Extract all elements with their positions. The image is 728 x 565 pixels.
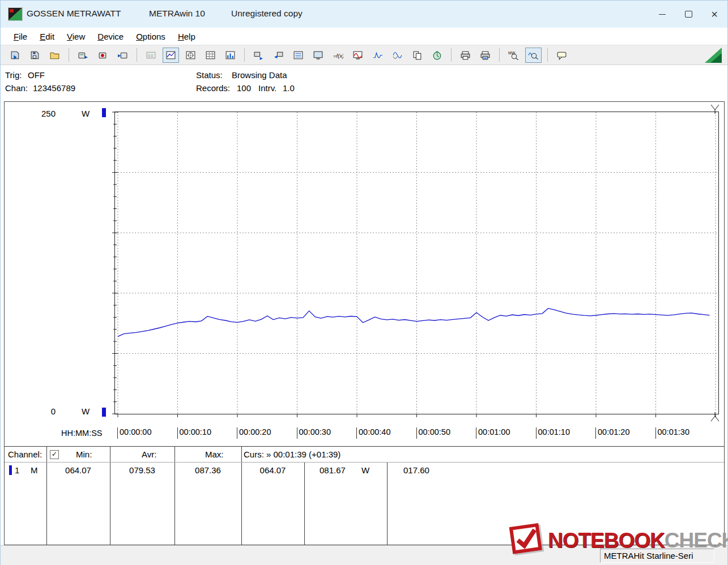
save-file-icon xyxy=(29,50,40,60)
svg-text:MW: MW xyxy=(508,51,516,55)
toolbar: 8.8=f(x)MW xyxy=(1,45,727,65)
view-trend-icon xyxy=(165,50,176,60)
header-cursor: Curs: » 00:01:39 (+01:39) xyxy=(244,450,340,459)
menu-help[interactable]: Help xyxy=(172,29,202,44)
cell-avr: 079.53 xyxy=(110,465,174,475)
cell-cursor-left: 064.07 xyxy=(241,465,304,475)
app-window: GOSSEN METRAWATT METRAwin 10 Unregistere… xyxy=(0,0,728,565)
records-value: 100 xyxy=(237,83,251,93)
formula-button[interactable]: =f(x) xyxy=(330,48,346,63)
view-scope-button[interactable] xyxy=(182,48,199,63)
transfer-out-button[interactable] xyxy=(250,48,267,63)
toolbar-separator xyxy=(137,48,137,62)
titlebar-subtitle: Unregistered copy xyxy=(231,8,303,19)
view-trend-button[interactable] xyxy=(163,48,179,63)
x-tick-label: 00:00:20 xyxy=(237,427,271,439)
cell-cursor-right: 081.67 xyxy=(320,465,346,475)
view-monitor-icon xyxy=(313,50,323,60)
menu-view[interactable]: View xyxy=(61,29,91,44)
trend-plot[interactable] xyxy=(114,112,719,414)
x-tick-label: 00:00:50 xyxy=(416,427,450,439)
device-status-field: METRAHit Starline-Seri xyxy=(600,549,714,563)
cursor-marker-top[interactable] xyxy=(711,105,719,114)
toolbar-buttons: 8.8=f(x)MW xyxy=(5,48,572,63)
timer-button[interactable] xyxy=(429,48,445,63)
chan-value: 123456789 xyxy=(33,83,75,93)
timer-icon xyxy=(432,50,442,60)
x-axis: HH:MM:SS 00:00:0000:00:1000:00:2000:00:3… xyxy=(5,427,724,441)
menu-file[interactable]: File xyxy=(7,29,33,44)
menu-edit[interactable]: Edit xyxy=(33,29,61,44)
zoom-value-button[interactable]: MW xyxy=(505,48,522,63)
x-tick-label: 00:00:30 xyxy=(297,427,331,439)
cursor-marker-bottom[interactable] xyxy=(711,412,719,421)
zoom-wave-icon xyxy=(528,50,539,60)
toolbar-separator xyxy=(451,48,452,62)
menu-options[interactable]: Options xyxy=(130,29,172,44)
channel-visibility-checkbox[interactable]: ✓ xyxy=(50,450,59,459)
y-min-label: 0 xyxy=(36,406,56,416)
zoom-value-icon: MW xyxy=(508,50,519,60)
x-axis-label: HH:MM:SS xyxy=(61,429,103,438)
signal-envelope-button[interactable] xyxy=(389,48,406,63)
print-report-icon xyxy=(480,50,491,60)
y-unit-top: W xyxy=(82,109,90,118)
view-bargraph-button[interactable] xyxy=(222,48,239,63)
minimize-button[interactable] xyxy=(649,1,675,28)
cell-max: 087.36 xyxy=(174,465,241,475)
card-export-button[interactable] xyxy=(75,48,91,63)
cell-delta: 017.60 xyxy=(403,465,429,475)
comment-button[interactable] xyxy=(554,48,570,63)
titlebar-app-name: GOSSEN METRAWATT xyxy=(27,8,121,19)
formula-icon: =f(x) xyxy=(333,50,343,60)
cell-unit: W xyxy=(361,465,369,475)
close-icon: × xyxy=(711,8,718,20)
menu-device[interactable]: Device xyxy=(91,29,130,44)
status-value: Browsing Data xyxy=(232,70,287,80)
signal-pulse-button[interactable] xyxy=(369,48,386,63)
app-logo-icon xyxy=(8,7,23,23)
view-multimeter-icon: 8.8 xyxy=(146,50,156,60)
print-icon xyxy=(460,50,471,60)
monitor-wave-button[interactable] xyxy=(350,48,366,63)
transfer-in-button[interactable] xyxy=(270,48,287,63)
print-report-button[interactable] xyxy=(477,48,493,63)
chart-panel: 250 W 0 W HH:MM:SS 00:00:0000:00:1000:00… xyxy=(4,101,725,545)
x-tick-label: 00:00:40 xyxy=(356,427,390,439)
window-controls: × xyxy=(649,1,727,28)
view-table-icon xyxy=(205,50,216,60)
print-button[interactable] xyxy=(457,48,474,63)
copy-pages-icon xyxy=(412,50,423,60)
view-monitor-button[interactable] xyxy=(310,48,326,63)
x-tick-label: 00:01:00 xyxy=(476,427,510,439)
toolbar-separator xyxy=(499,48,500,62)
view-multimeter-button[interactable]: 8.8 xyxy=(143,48,159,63)
x-tick-label: 00:01:10 xyxy=(536,427,570,439)
card-record-button[interactable] xyxy=(95,48,111,63)
view-list-button[interactable] xyxy=(290,48,306,63)
view-scope-icon xyxy=(185,50,196,60)
open-folder-button[interactable] xyxy=(46,48,63,63)
table-row: 1 M 064.07 079.53 087.36 064.07 081.67 W… xyxy=(5,463,724,478)
close-button[interactable]: × xyxy=(701,1,727,28)
y-axis-bottom-handle[interactable] xyxy=(102,408,106,417)
gossen-triangle-icon xyxy=(705,48,722,65)
open-file-icon xyxy=(10,50,20,60)
x-tick-label: 00:00:00 xyxy=(117,427,151,439)
copy-pages-button[interactable] xyxy=(409,48,425,63)
card-export-icon xyxy=(78,50,88,60)
open-file-button[interactable] xyxy=(7,48,23,63)
zoom-wave-button[interactable] xyxy=(525,48,542,63)
header-max: Max: xyxy=(205,450,224,459)
cell-mode: M xyxy=(31,465,38,475)
y-axis-top-handle[interactable] xyxy=(102,108,106,117)
save-file-button[interactable] xyxy=(27,48,43,63)
x-tick-label: 00:01:20 xyxy=(595,427,629,439)
card-import-button[interactable] xyxy=(114,48,131,63)
maximize-button[interactable] xyxy=(675,1,701,28)
view-table-button[interactable] xyxy=(202,48,219,63)
trig-value: OFF xyxy=(28,70,45,80)
channel-table: Channel: ✓ Min: Avr: Max: Curs: » 00:01:… xyxy=(5,446,724,545)
svg-text:8.8: 8.8 xyxy=(148,53,153,57)
transfer-out-icon xyxy=(253,50,264,60)
